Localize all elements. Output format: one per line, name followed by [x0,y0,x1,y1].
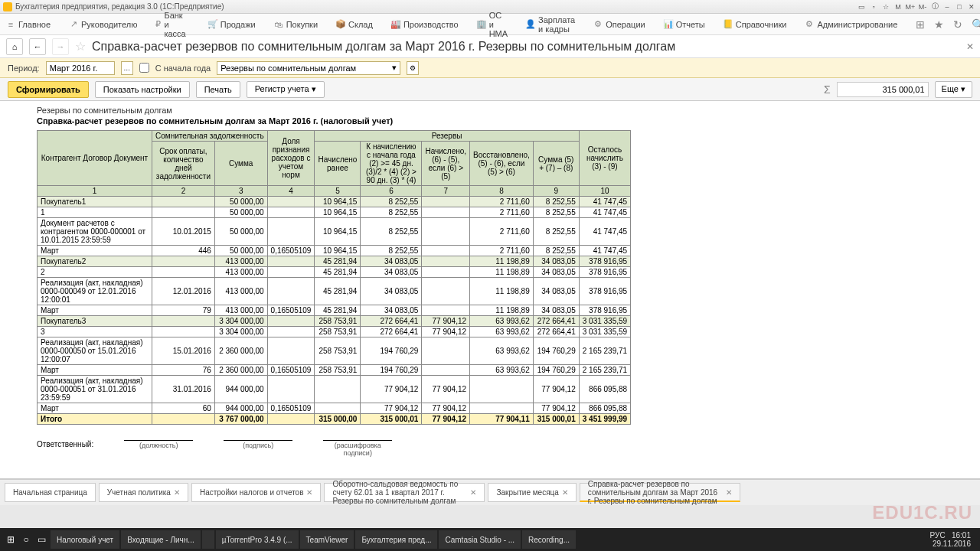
table-row[interactable]: 33 304 000,00258 753,91272 664,4177 904,… [38,327,631,337]
open-tab[interactable]: Закрытие месяца✕ [488,483,576,502]
taskview-icon[interactable]: ▭ [35,533,47,546]
cell: 11 198,89 [470,256,534,267]
filter-settings-button[interactable]: ⚙ [407,61,419,75]
cell: 3 304 000,00 [214,327,267,337]
table-row[interactable]: Покупатель33 304 000,00258 753,91272 664… [38,316,631,327]
building-icon: 🏢 [477,20,486,29]
table-row[interactable]: Покупатель150 000,0010 964,158 252,552 7… [38,197,631,207]
taskbar-app[interactable]: Бухгалтерия пред... [355,530,437,549]
cell: 77 904,12 [422,316,470,327]
menu-manager[interactable]: ↗Руководителю [69,20,137,29]
close-tab-icon[interactable]: ✕ [174,488,180,497]
cell [152,197,215,207]
more-button[interactable]: Еще ▾ [935,81,972,98]
menu-salary[interactable]: 👤Зарплата и кадры [526,15,575,34]
table-row[interactable]: Реализация (акт, накладная) 0000-000050 … [38,337,631,365]
cell: 446 [152,246,215,256]
cell: 2 360 000,00 [214,365,267,376]
table-row[interactable]: Март44650 000,000,1650510910 964,158 252… [38,246,631,256]
sum-field[interactable] [837,82,929,97]
table-row[interactable]: Март79413 000,000,1650510945 281,9434 08… [38,305,631,316]
back-button[interactable]: ← [29,38,46,55]
close-icon[interactable]: ✕ [966,2,977,12]
menu-sales[interactable]: 🛒Продажи [208,20,256,29]
table-row[interactable]: 150 000,0010 964,158 252,552 711,608 252… [38,207,631,218]
settings-button[interactable]: Показать настройки [95,81,190,98]
sys-icon[interactable]: M+ [905,2,916,12]
start-button[interactable]: ⊞ [5,533,17,546]
taskbar-app[interactable]: TeamViewer [300,530,354,549]
filter-dropdown[interactable]: Резервы по сомнительным долгам ▾ [217,61,400,75]
open-tab[interactable]: Учетная политика✕ [99,483,188,502]
maximize-icon[interactable]: □ [954,2,965,12]
cell: 41 747,45 [579,246,630,256]
table-row[interactable]: Документ расчетов с контрагентом 0000-00… [38,218,631,246]
close-page-button[interactable]: ✕ [966,41,974,52]
period-input[interactable] [46,61,115,75]
sys-icon[interactable]: ☆ [880,2,891,12]
table-row[interactable]: Март60944 000,000,1650510977 904,1277 90… [38,403,631,414]
favorite-icon[interactable]: ☆ [75,39,86,54]
grid-icon[interactable]: ⊞ [916,18,925,31]
cell: Март [38,403,152,414]
from-year-checkbox[interactable] [139,63,149,73]
table-row[interactable]: Март762 360 000,000,16505109258 753,9119… [38,365,631,376]
menu-bank[interactable]: ₽Банк и касса [155,11,189,38]
register-button[interactable]: Регистр учета ▾ [247,81,325,98]
minimize-icon[interactable]: – [942,2,952,12]
taskbar-app[interactable] [202,530,214,549]
table-row[interactable]: Реализация (акт, накладная) 0000-000049 … [38,278,631,305]
print-button[interactable]: Печать [196,81,240,98]
menu-dicts[interactable]: 📒Справочники [724,20,787,29]
menu-purchases[interactable]: 🛍Покупки [274,20,318,29]
table-row[interactable]: Итого3 767 000,00315 000,00315 000,0177 … [38,414,631,425]
search-icon[interactable]: ○ [20,533,32,546]
taskbar-app[interactable]: Camtasia Studio - ... [439,530,521,549]
open-tab[interactable]: Справка-расчет резервов по сомнительным … [580,483,740,502]
system-clock[interactable]: РУС 16:01 29.11.2016 [930,531,975,548]
menu-warehouse[interactable]: 📦Склад [336,20,373,29]
table-row[interactable]: 2413 000,0045 281,9434 083,0511 198,8934… [38,267,631,278]
menu-reports[interactable]: 📊Отчеты [664,20,705,29]
forward-button[interactable]: → [52,38,69,55]
cell [315,376,361,403]
menu-admin[interactable]: ⚙Администрирование [805,20,897,29]
sys-icon[interactable]: M [893,2,903,12]
star-icon[interactable]: ★ [934,18,944,31]
taskbar-app[interactable]: µTorrentPro 3.4.9 (... [216,530,299,549]
search-icon[interactable]: 🔍 [972,18,980,31]
cell: 315 000,00 [315,414,361,425]
cell [267,278,315,305]
open-tab[interactable]: Начальная страница [5,483,96,502]
cell: 45 281,94 [315,305,361,316]
sys-icon[interactable]: M- [917,2,928,12]
close-tab-icon[interactable]: ✕ [726,488,732,497]
period-picker-button[interactable]: … [121,61,133,75]
sys-icon[interactable]: ▭ [856,2,867,12]
menu-production[interactable]: 🏭Производство [391,20,459,29]
taskbar-app[interactable]: Recording... [522,530,576,549]
close-tab-icon[interactable]: ✕ [562,488,568,497]
menu-operations[interactable]: ⚙Операции [593,20,645,29]
close-tab-icon[interactable]: ✕ [306,488,312,497]
open-tab[interactable]: Настройки налогов и отчетов✕ [191,483,322,502]
cell [267,267,315,278]
menu-assets[interactable]: 🏢ОС и НМА [477,11,508,38]
cell: 3 031 335,59 [579,316,630,327]
cell [267,376,315,403]
table-row[interactable]: Реализация (акт, накладная) 0000-000051 … [38,376,631,403]
taskbar-app[interactable]: Входящие - Личн... [121,530,201,549]
cell: 11 198,89 [470,278,534,305]
help-icon[interactable]: ⓘ [929,2,940,12]
table-row[interactable]: Покупатель2413 000,0045 281,9434 083,051… [38,256,631,267]
report-icon: 📊 [664,20,673,29]
taskbar-app[interactable]: Налоговый учет [51,530,119,549]
close-tab-icon[interactable]: ✕ [470,488,476,497]
form-button[interactable]: Сформировать [8,81,89,98]
home-button[interactable]: ⌂ [6,38,23,55]
report-body[interactable]: Резервы по сомнительным долгам Справка-р… [0,101,980,479]
history-icon[interactable]: ↻ [953,18,962,31]
sys-icon[interactable]: ▫ [868,2,879,12]
menu-main[interactable]: ≡Главное [6,20,51,29]
open-tab[interactable]: Оборотно-сальдовая ведомость по счету 62… [324,483,485,502]
